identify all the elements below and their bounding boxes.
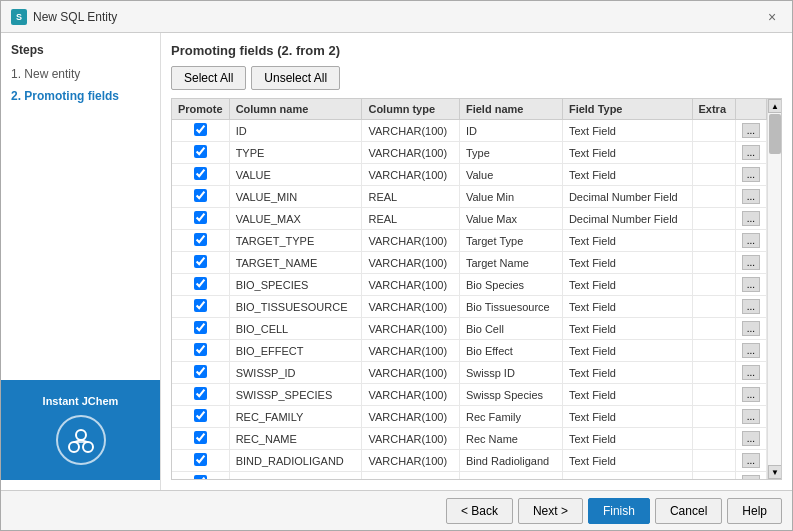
svg-point-0 bbox=[76, 430, 86, 440]
extra-cell bbox=[692, 274, 735, 296]
promote-checkbox[interactable] bbox=[194, 321, 207, 334]
row-options-cell: ... bbox=[735, 208, 766, 230]
row-options-button[interactable]: ... bbox=[742, 321, 760, 336]
row-options-button[interactable]: ... bbox=[742, 211, 760, 226]
field-type-cell: Text Field bbox=[562, 296, 692, 318]
field-name-cell: Value Min bbox=[459, 186, 562, 208]
field-type-cell: Decimal Number Field bbox=[562, 186, 692, 208]
column-type-cell: VARCHAR(100) bbox=[362, 472, 460, 480]
promote-cell bbox=[172, 164, 229, 186]
row-options-button[interactable]: ... bbox=[742, 409, 760, 424]
column-type-cell: VARCHAR(100) bbox=[362, 406, 460, 428]
scroll-thumb[interactable] bbox=[769, 114, 781, 154]
promote-checkbox[interactable] bbox=[194, 343, 207, 356]
extra-cell bbox=[692, 318, 735, 340]
column-name-cell: VALUE_MAX bbox=[229, 208, 362, 230]
row-options-button[interactable]: ... bbox=[742, 453, 760, 468]
field-type-cell: Text Field bbox=[562, 428, 692, 450]
row-options-button[interactable]: ... bbox=[742, 365, 760, 380]
svg-point-2 bbox=[83, 442, 93, 452]
promote-checkbox[interactable] bbox=[194, 431, 207, 444]
row-options-button[interactable]: ... bbox=[742, 299, 760, 314]
title-bar-left: S New SQL Entity bbox=[11, 9, 117, 25]
table-row: BIO_SPECIESVARCHAR(100)Bio SpeciesText F… bbox=[172, 274, 767, 296]
col-promote: Promote bbox=[172, 99, 229, 120]
promote-cell bbox=[172, 208, 229, 230]
column-name-cell: BIO_TISSUETYPE bbox=[229, 472, 362, 480]
promote-checkbox[interactable] bbox=[194, 189, 207, 202]
row-options-button[interactable]: ... bbox=[742, 233, 760, 248]
row-options-cell: ... bbox=[735, 406, 766, 428]
row-options-button[interactable]: ... bbox=[742, 167, 760, 182]
field-type-cell: Text Field bbox=[562, 252, 692, 274]
column-name-cell: ID bbox=[229, 120, 362, 142]
back-button[interactable]: < Back bbox=[446, 498, 513, 524]
column-name-cell: REC_NAME bbox=[229, 428, 362, 450]
field-name-cell: Bind Radioligand bbox=[459, 450, 562, 472]
col-column-name: Column name bbox=[229, 99, 362, 120]
promote-checkbox[interactable] bbox=[194, 255, 207, 268]
dialog-body: Steps 1. New entity 2. Promoting fields … bbox=[1, 33, 792, 490]
promote-checkbox[interactable] bbox=[194, 299, 207, 312]
row-options-button[interactable]: ... bbox=[742, 431, 760, 446]
field-type-cell: Text Field bbox=[562, 384, 692, 406]
promote-checkbox[interactable] bbox=[194, 475, 207, 479]
column-name-cell: VALUE bbox=[229, 164, 362, 186]
row-options-cell: ... bbox=[735, 252, 766, 274]
field-type-cell: Text Field bbox=[562, 362, 692, 384]
promote-checkbox[interactable] bbox=[194, 453, 207, 466]
scroll-down-arrow[interactable]: ▼ bbox=[768, 465, 781, 479]
column-type-cell: VARCHAR(100) bbox=[362, 362, 460, 384]
row-options-button[interactable]: ... bbox=[742, 255, 760, 270]
column-type-cell: VARCHAR(100) bbox=[362, 428, 460, 450]
promote-checkbox[interactable] bbox=[194, 409, 207, 422]
row-options-button[interactable]: ... bbox=[742, 475, 760, 479]
row-options-cell: ... bbox=[735, 164, 766, 186]
table-row: VALUE_MINREALValue MinDecimal Number Fie… bbox=[172, 186, 767, 208]
promote-checkbox[interactable] bbox=[194, 123, 207, 136]
row-options-button[interactable]: ... bbox=[742, 123, 760, 138]
finish-button[interactable]: Finish bbox=[588, 498, 650, 524]
field-name-cell: Bio Effect bbox=[459, 340, 562, 362]
column-type-cell: VARCHAR(100) bbox=[362, 384, 460, 406]
row-options-button[interactable]: ... bbox=[742, 387, 760, 402]
promote-checkbox[interactable] bbox=[194, 167, 207, 180]
col-actions bbox=[735, 99, 766, 120]
promote-checkbox[interactable] bbox=[194, 233, 207, 246]
promote-checkbox[interactable] bbox=[194, 211, 207, 224]
unselect-all-button[interactable]: Unselect All bbox=[251, 66, 340, 90]
field-name-cell: Swissp Species bbox=[459, 384, 562, 406]
col-column-type: Column type bbox=[362, 99, 460, 120]
column-name-cell: BIO_EFFECT bbox=[229, 340, 362, 362]
row-options-button[interactable]: ... bbox=[742, 277, 760, 292]
column-type-cell: VARCHAR(100) bbox=[362, 142, 460, 164]
next-button[interactable]: Next > bbox=[518, 498, 583, 524]
scroll-up-arrow[interactable]: ▲ bbox=[768, 99, 781, 113]
table-row: SWISSP_SPECIESVARCHAR(100)Swissp Species… bbox=[172, 384, 767, 406]
table-row: TARGET_NAMEVARCHAR(100)Target NameText F… bbox=[172, 252, 767, 274]
cancel-button[interactable]: Cancel bbox=[655, 498, 722, 524]
promote-checkbox[interactable] bbox=[194, 365, 207, 378]
field-type-cell: Text Field bbox=[562, 120, 692, 142]
help-button[interactable]: Help bbox=[727, 498, 782, 524]
close-button[interactable]: × bbox=[762, 7, 782, 27]
table-row: VALUE_MAXREALValue MaxDecimal Number Fie… bbox=[172, 208, 767, 230]
row-options-cell: ... bbox=[735, 274, 766, 296]
field-type-cell: Decimal Number Field bbox=[562, 208, 692, 230]
table-row: BIO_EFFECTVARCHAR(100)Bio EffectText Fie… bbox=[172, 340, 767, 362]
field-name-cell: Type bbox=[459, 142, 562, 164]
field-type-cell: Text Field bbox=[562, 164, 692, 186]
promote-checkbox[interactable] bbox=[194, 145, 207, 158]
select-all-button[interactable]: Select All bbox=[171, 66, 246, 90]
row-options-button[interactable]: ... bbox=[742, 145, 760, 160]
table-scroll[interactable]: Promote Column name Column type Field na… bbox=[172, 99, 767, 479]
promote-cell bbox=[172, 120, 229, 142]
promote-cell bbox=[172, 142, 229, 164]
promote-checkbox[interactable] bbox=[194, 277, 207, 290]
scrollbar[interactable]: ▲ ▼ bbox=[767, 99, 781, 479]
promote-checkbox[interactable] bbox=[194, 387, 207, 400]
field-name-cell: Swissp ID bbox=[459, 362, 562, 384]
row-options-button[interactable]: ... bbox=[742, 189, 760, 204]
field-name-cell: Bio Tissuetype bbox=[459, 472, 562, 480]
row-options-button[interactable]: ... bbox=[742, 343, 760, 358]
